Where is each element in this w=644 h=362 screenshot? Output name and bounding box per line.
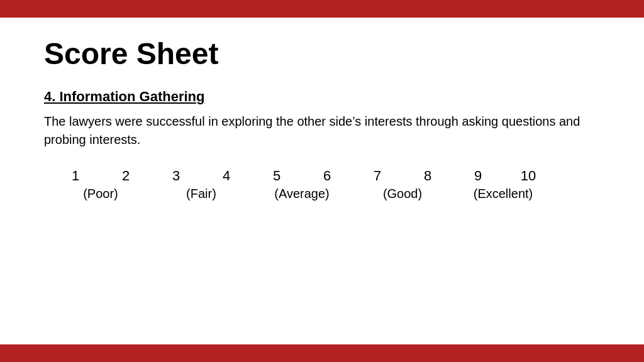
scale-num-6: 6 [302, 168, 352, 184]
scale-num-9: 9 [453, 168, 503, 184]
label-poor: (Poor) [50, 187, 151, 201]
scale-num-3: 3 [151, 168, 201, 184]
scale-num-10: 10 [503, 168, 553, 184]
section-description: The lawyers were successful in exploring… [44, 112, 600, 149]
scale-num-2: 2 [101, 168, 151, 184]
scale-numbers-row: 1 2 3 4 5 6 7 8 9 10 [50, 168, 600, 184]
label-good: (Good) [352, 187, 453, 201]
main-content: Score Sheet 4. Information Gathering The… [0, 18, 644, 344]
label-fair: (Fair) [151, 187, 252, 201]
section-heading: 4. Information Gathering [44, 89, 600, 105]
page-title: Score Sheet [44, 36, 600, 71]
scale-num-8: 8 [402, 168, 453, 184]
scale-num-1: 1 [50, 168, 101, 184]
scale-num-4: 4 [201, 168, 252, 184]
rating-scale: 1 2 3 4 5 6 7 8 9 10 (Poor) (Fair) (Aver… [44, 168, 600, 201]
scale-num-7: 7 [352, 168, 402, 184]
label-excellent: (Excellent) [453, 187, 553, 201]
label-average: (Average) [252, 187, 352, 201]
scale-labels-row: (Poor) (Fair) (Average) (Good) (Excellen… [50, 187, 600, 201]
scale-num-5: 5 [252, 168, 302, 184]
top-bar [0, 0, 644, 18]
bottom-bar [0, 344, 644, 362]
